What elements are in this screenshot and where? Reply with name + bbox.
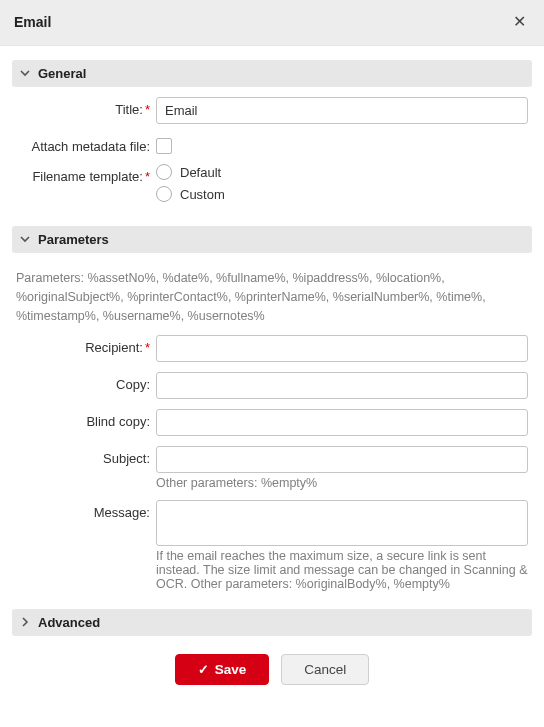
message-input[interactable] (156, 500, 528, 546)
radio-row-custom: Custom (156, 186, 528, 202)
row-message: Message: If the email reaches the maximu… (16, 500, 528, 591)
close-button[interactable]: ✕ (509, 10, 530, 33)
section-parameters-title: Parameters (38, 232, 109, 247)
chevron-right-icon (20, 615, 30, 630)
attach-metadata-label: Attach metadata file: (16, 134, 156, 154)
save-label: Save (215, 662, 247, 677)
chevron-down-icon (20, 66, 30, 81)
row-subject: Subject: Other parameters: %empty% (16, 446, 528, 490)
message-label: Message: (16, 500, 156, 520)
section-parameters-toggle[interactable]: Parameters (12, 226, 532, 253)
section-general-toggle[interactable]: General (12, 60, 532, 87)
row-filename-template: Filename template:* Default Custom (16, 164, 528, 208)
blind-copy-input[interactable] (156, 409, 528, 436)
dialog-title: Email (14, 14, 51, 30)
section-parameters-content: Parameters: %assetNo%, %date%, %fullname… (12, 253, 532, 591)
filename-custom-label: Custom (180, 187, 225, 202)
dialog-body: General Title:* Attach metadata file: F (0, 46, 544, 705)
dialog-header: Email ✕ (0, 0, 544, 46)
subject-help: Other parameters: %empty% (156, 476, 528, 490)
filename-custom-radio[interactable] (156, 186, 172, 202)
section-advanced-toggle[interactable]: Advanced (12, 609, 532, 636)
filename-default-label: Default (180, 165, 221, 180)
filename-template-label: Filename template:* (16, 164, 156, 184)
required-marker: * (145, 169, 150, 184)
section-advanced: Advanced (12, 609, 532, 636)
subject-label: Subject: (16, 446, 156, 466)
chevron-down-icon (20, 232, 30, 247)
blind-copy-label: Blind copy: (16, 409, 156, 429)
dialog-footer: Save Cancel (12, 646, 532, 685)
required-marker: * (145, 102, 150, 117)
parameters-help-text: Parameters: %assetNo%, %date%, %fullname… (16, 269, 528, 325)
radio-row-default: Default (156, 164, 528, 180)
section-general-content: Title:* Attach metadata file: Filename t… (12, 87, 532, 208)
recipient-label: Recipient:* (16, 335, 156, 355)
title-label: Title:* (16, 97, 156, 117)
close-icon: ✕ (513, 13, 526, 30)
row-recipient: Recipient:* (16, 335, 528, 362)
attach-metadata-checkbox[interactable] (156, 138, 172, 154)
check-icon (198, 662, 209, 677)
subject-input[interactable] (156, 446, 528, 473)
copy-label: Copy: (16, 372, 156, 392)
filename-default-radio[interactable] (156, 164, 172, 180)
cancel-label: Cancel (304, 662, 346, 677)
row-attach-metadata: Attach metadata file: (16, 134, 528, 154)
section-general: General Title:* Attach metadata file: F (12, 60, 532, 208)
required-marker: * (145, 340, 150, 355)
row-copy: Copy: (16, 372, 528, 399)
copy-input[interactable] (156, 372, 528, 399)
row-blind-copy: Blind copy: (16, 409, 528, 436)
recipient-input[interactable] (156, 335, 528, 362)
row-title: Title:* (16, 97, 528, 124)
title-input[interactable] (156, 97, 528, 124)
section-advanced-title: Advanced (38, 615, 100, 630)
save-button[interactable]: Save (175, 654, 270, 685)
section-general-title: General (38, 66, 86, 81)
cancel-button[interactable]: Cancel (281, 654, 369, 685)
section-parameters: Parameters Parameters: %assetNo%, %date%… (12, 226, 532, 591)
message-help: If the email reaches the maximum size, a… (156, 549, 528, 591)
